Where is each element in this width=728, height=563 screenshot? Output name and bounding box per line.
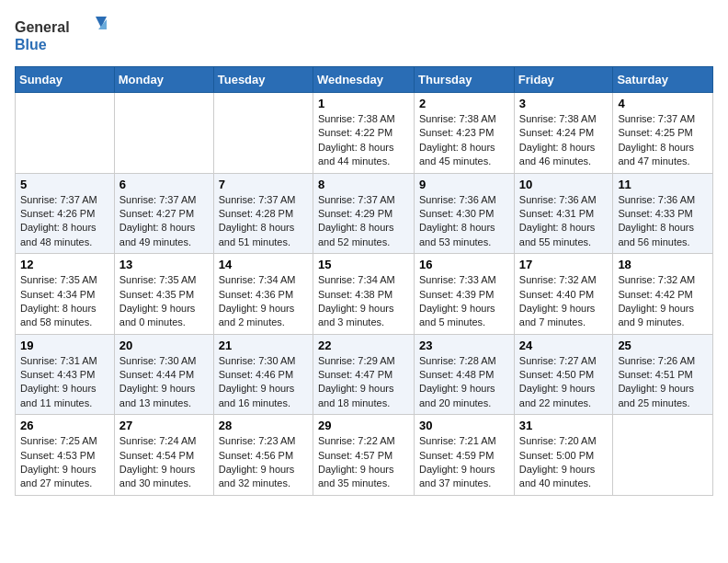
day-number: 12 <box>20 258 109 271</box>
header-day-friday: Friday <box>514 67 613 93</box>
calendar-cell: 24Sunrise: 7:27 AM Sunset: 4:50 PM Dayli… <box>514 334 613 415</box>
calendar-week-row: 5Sunrise: 7:37 AM Sunset: 4:26 PM Daylig… <box>16 173 713 254</box>
calendar-cell <box>613 415 713 496</box>
calendar-cell: 3Sunrise: 7:38 AM Sunset: 4:24 PM Daylig… <box>514 93 613 174</box>
calendar-cell: 4Sunrise: 7:37 AM Sunset: 4:25 PM Daylig… <box>613 93 713 174</box>
header: General Blue <box>15 15 713 55</box>
calendar-cell: 30Sunrise: 7:21 AM Sunset: 4:59 PM Dayli… <box>415 415 515 496</box>
day-number: 11 <box>618 178 708 191</box>
day-number: 22 <box>318 339 409 352</box>
day-info: Sunrise: 7:37 AM Sunset: 4:29 PM Dayligh… <box>318 193 409 250</box>
calendar-table: SundayMondayTuesdayWednesdayThursdayFrid… <box>15 66 713 496</box>
day-info: Sunrise: 7:37 AM Sunset: 4:28 PM Dayligh… <box>219 193 308 250</box>
day-number: 26 <box>20 419 109 432</box>
day-number: 2 <box>419 97 509 110</box>
day-number: 25 <box>618 339 708 352</box>
header-day-thursday: Thursday <box>415 67 515 93</box>
day-info: Sunrise: 7:26 AM Sunset: 4:51 PM Dayligh… <box>618 354 708 411</box>
calendar-cell: 14Sunrise: 7:34 AM Sunset: 4:36 PM Dayli… <box>213 254 313 335</box>
day-info: Sunrise: 7:25 AM Sunset: 4:53 PM Dayligh… <box>20 434 109 491</box>
calendar-cell: 5Sunrise: 7:37 AM Sunset: 4:26 PM Daylig… <box>16 173 115 254</box>
calendar-header-row: SundayMondayTuesdayWednesdayThursdayFrid… <box>16 67 713 93</box>
calendar-cell: 11Sunrise: 7:36 AM Sunset: 4:33 PM Dayli… <box>613 173 713 254</box>
header-day-tuesday: Tuesday <box>213 67 313 93</box>
day-info: Sunrise: 7:38 AM Sunset: 4:23 PM Dayligh… <box>419 112 509 169</box>
calendar-cell: 31Sunrise: 7:20 AM Sunset: 5:00 PM Dayli… <box>514 415 613 496</box>
calendar-cell: 10Sunrise: 7:36 AM Sunset: 4:31 PM Dayli… <box>514 173 613 254</box>
header-day-saturday: Saturday <box>613 67 713 93</box>
day-number: 16 <box>419 258 509 271</box>
calendar-cell: 25Sunrise: 7:26 AM Sunset: 4:51 PM Dayli… <box>613 334 713 415</box>
day-number: 23 <box>419 339 509 352</box>
day-info: Sunrise: 7:31 AM Sunset: 4:43 PM Dayligh… <box>20 354 109 411</box>
day-number: 20 <box>119 339 209 352</box>
day-number: 4 <box>618 97 708 110</box>
calendar-cell: 16Sunrise: 7:33 AM Sunset: 4:39 PM Dayli… <box>415 254 515 335</box>
calendar-cell: 8Sunrise: 7:37 AM Sunset: 4:29 PM Daylig… <box>313 173 414 254</box>
day-info: Sunrise: 7:38 AM Sunset: 4:22 PM Dayligh… <box>318 112 409 169</box>
calendar-cell <box>213 93 313 174</box>
day-number: 10 <box>519 178 609 191</box>
calendar-week-row: 1Sunrise: 7:38 AM Sunset: 4:22 PM Daylig… <box>16 93 713 174</box>
day-info: Sunrise: 7:27 AM Sunset: 4:50 PM Dayligh… <box>519 354 609 411</box>
calendar-cell: 7Sunrise: 7:37 AM Sunset: 4:28 PM Daylig… <box>213 173 313 254</box>
day-number: 29 <box>318 419 409 432</box>
calendar-cell: 2Sunrise: 7:38 AM Sunset: 4:23 PM Daylig… <box>415 93 515 174</box>
calendar-cell: 21Sunrise: 7:30 AM Sunset: 4:46 PM Dayli… <box>213 334 313 415</box>
svg-text:Blue: Blue <box>15 37 47 52</box>
calendar-cell: 18Sunrise: 7:32 AM Sunset: 4:42 PM Dayli… <box>613 254 713 335</box>
day-number: 6 <box>119 178 209 191</box>
day-number: 31 <box>519 419 609 432</box>
calendar-cell: 15Sunrise: 7:34 AM Sunset: 4:38 PM Dayli… <box>313 254 414 335</box>
day-number: 14 <box>219 258 308 271</box>
calendar-cell <box>114 93 213 174</box>
calendar-cell: 1Sunrise: 7:38 AM Sunset: 4:22 PM Daylig… <box>313 93 414 174</box>
day-info: Sunrise: 7:34 AM Sunset: 4:36 PM Dayligh… <box>219 273 308 330</box>
calendar-cell: 19Sunrise: 7:31 AM Sunset: 4:43 PM Dayli… <box>16 334 115 415</box>
day-number: 7 <box>219 178 308 191</box>
calendar-cell: 22Sunrise: 7:29 AM Sunset: 4:47 PM Dayli… <box>313 334 414 415</box>
logo: General Blue <box>15 15 107 55</box>
calendar-cell: 9Sunrise: 7:36 AM Sunset: 4:30 PM Daylig… <box>415 173 515 254</box>
day-info: Sunrise: 7:24 AM Sunset: 4:54 PM Dayligh… <box>119 434 209 491</box>
day-number: 5 <box>20 178 109 191</box>
calendar-week-row: 19Sunrise: 7:31 AM Sunset: 4:43 PM Dayli… <box>16 334 713 415</box>
day-number: 24 <box>519 339 609 352</box>
calendar-cell: 27Sunrise: 7:24 AM Sunset: 4:54 PM Dayli… <box>114 415 213 496</box>
day-number: 30 <box>419 419 509 432</box>
day-info: Sunrise: 7:22 AM Sunset: 4:57 PM Dayligh… <box>318 434 409 491</box>
day-info: Sunrise: 7:32 AM Sunset: 4:40 PM Dayligh… <box>519 273 609 330</box>
day-info: Sunrise: 7:37 AM Sunset: 4:25 PM Dayligh… <box>618 112 708 169</box>
svg-text:General: General <box>15 19 70 35</box>
calendar-cell: 17Sunrise: 7:32 AM Sunset: 4:40 PM Dayli… <box>514 254 613 335</box>
day-number: 8 <box>318 178 409 191</box>
day-info: Sunrise: 7:37 AM Sunset: 4:27 PM Dayligh… <box>119 193 209 250</box>
day-info: Sunrise: 7:30 AM Sunset: 4:46 PM Dayligh… <box>219 354 308 411</box>
calendar-cell: 13Sunrise: 7:35 AM Sunset: 4:35 PM Dayli… <box>114 254 213 335</box>
day-number: 21 <box>219 339 308 352</box>
day-info: Sunrise: 7:21 AM Sunset: 4:59 PM Dayligh… <box>419 434 509 491</box>
day-info: Sunrise: 7:20 AM Sunset: 5:00 PM Dayligh… <box>519 434 609 491</box>
day-number: 1 <box>318 97 409 110</box>
calendar-week-row: 26Sunrise: 7:25 AM Sunset: 4:53 PM Dayli… <box>16 415 713 496</box>
day-info: Sunrise: 7:36 AM Sunset: 4:33 PM Dayligh… <box>618 193 708 250</box>
calendar-cell: 6Sunrise: 7:37 AM Sunset: 4:27 PM Daylig… <box>114 173 213 254</box>
day-number: 9 <box>419 178 509 191</box>
calendar-cell: 26Sunrise: 7:25 AM Sunset: 4:53 PM Dayli… <box>16 415 115 496</box>
day-info: Sunrise: 7:35 AM Sunset: 4:35 PM Dayligh… <box>119 273 209 330</box>
calendar-week-row: 12Sunrise: 7:35 AM Sunset: 4:34 PM Dayli… <box>16 254 713 335</box>
day-number: 28 <box>219 419 308 432</box>
day-info: Sunrise: 7:29 AM Sunset: 4:47 PM Dayligh… <box>318 354 409 411</box>
calendar-cell: 23Sunrise: 7:28 AM Sunset: 4:48 PM Dayli… <box>415 334 515 415</box>
header-day-sunday: Sunday <box>16 67 115 93</box>
day-info: Sunrise: 7:28 AM Sunset: 4:48 PM Dayligh… <box>419 354 509 411</box>
day-info: Sunrise: 7:36 AM Sunset: 4:30 PM Dayligh… <box>419 193 509 250</box>
day-info: Sunrise: 7:34 AM Sunset: 4:38 PM Dayligh… <box>318 273 409 330</box>
day-info: Sunrise: 7:23 AM Sunset: 4:56 PM Dayligh… <box>219 434 308 491</box>
day-info: Sunrise: 7:38 AM Sunset: 4:24 PM Dayligh… <box>519 112 609 169</box>
day-info: Sunrise: 7:35 AM Sunset: 4:34 PM Dayligh… <box>20 273 109 330</box>
day-info: Sunrise: 7:37 AM Sunset: 4:26 PM Dayligh… <box>20 193 109 250</box>
day-number: 13 <box>119 258 209 271</box>
day-number: 27 <box>119 419 209 432</box>
calendar-cell: 28Sunrise: 7:23 AM Sunset: 4:56 PM Dayli… <box>213 415 313 496</box>
